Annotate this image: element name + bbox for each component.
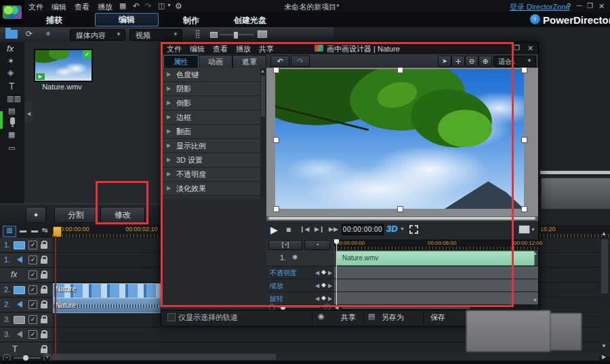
tab-capture[interactable]: 捕获 — [46, 15, 62, 26]
dialog-menu-file[interactable]: 文件 — [167, 44, 182, 54]
save-button[interactable]: 保存 — [430, 312, 445, 323]
kf-add-diamond-icon[interactable]: ◆ — [321, 268, 326, 275]
zoom-out-icon[interactable]: ⊖ — [465, 56, 479, 67]
hscroll-right-icon[interactable]: ▶ — [602, 354, 606, 360]
chapter-room-icon[interactable]: ▦ — [8, 130, 15, 139]
selection-handle-tr[interactable] — [521, 67, 527, 73]
sync-library-icon[interactable]: ⟳ — [26, 29, 33, 39]
kf-vscroll-up-icon[interactable]: ▲ — [533, 251, 537, 256]
import-media-icon[interactable] — [5, 30, 18, 39]
kf-clip[interactable]: Nature.wmv — [336, 251, 535, 266]
lock-icon[interactable] — [41, 348, 47, 353]
mode-3d-button[interactable]: 3D — [386, 224, 398, 234]
title-room-icon[interactable]: T — [9, 81, 15, 92]
tab-produce[interactable]: 制作 — [183, 15, 199, 26]
save-as-button[interactable]: 另存为 — [382, 312, 404, 323]
kf-row-rotate-lane[interactable] — [334, 292, 538, 305]
tab-create-disc[interactable]: 创建光盘 — [234, 15, 266, 26]
fast-forward-icon[interactable]: ▶▶ — [329, 226, 338, 232]
timeline-vscrollbar[interactable] — [600, 238, 609, 352]
kf-row-rotate-header[interactable]: 旋转 ◀ ◆ ▶ — [266, 292, 335, 305]
timeline-video-clip[interactable]: Nature — [53, 283, 161, 298]
dialog-menu-play[interactable]: 播放 — [236, 44, 251, 54]
media-filter-dropdown[interactable]: 视频 ▼ — [129, 29, 182, 41]
share-button[interactable]: 共享 — [341, 312, 356, 323]
property-scroll-up-icon[interactable]: ▲ — [260, 68, 265, 73]
kf-row-scale-header[interactable]: 缩放 ◀ ◆ ▶ — [266, 279, 335, 292]
track-enable-checkbox[interactable]: ✓ — [28, 256, 37, 264]
display-mode-monitor-icon[interactable] — [518, 225, 530, 234]
magic-wand-button[interactable]: ✦ — [26, 207, 46, 223]
property-chroma-key[interactable]: ▶色度键 — [161, 68, 260, 82]
track-header-v2[interactable]: 2. ✓ — [0, 283, 53, 298]
zoom-in-icon[interactable]: ⊕ — [479, 56, 492, 67]
track-enable-checkbox[interactable]: ✓ — [28, 270, 37, 279]
track-enable-checkbox[interactable]: ✓ — [28, 315, 37, 324]
kf-next-icon[interactable]: ▶ — [328, 283, 332, 289]
kf-vscroll-down-icon[interactable]: ▼ — [533, 298, 537, 302]
kf-next-icon[interactable]: ▶ — [328, 270, 332, 276]
timeline-audio-clip[interactable]: Nature — [53, 298, 161, 313]
track-header-a3[interactable]: 3. ✓ — [0, 327, 53, 342]
split-button[interactable]: 分割 — [54, 207, 98, 223]
track-enable-checkbox[interactable]: ✓ — [28, 285, 37, 294]
vscroll-up-icon[interactable]: ▲ — [601, 230, 607, 237]
kf-zoom-thumb[interactable] — [281, 305, 285, 310]
property-3d-settings[interactable]: ▶3D 设置 — [161, 153, 260, 167]
dialog-tab-motion[interactable]: 动画 — [199, 55, 232, 68]
vscroll-down-icon[interactable]: ▼ — [601, 343, 607, 349]
dialog-close-icon[interactable]: ✕ — [527, 44, 533, 53]
menu-edit[interactable]: 编辑 — [52, 2, 66, 12]
menu-play[interactable]: 播放 — [98, 2, 113, 12]
media-thumbnail[interactable]: ✓ ▶ — [34, 49, 93, 82]
only-selected-checkbox[interactable] — [167, 313, 176, 321]
selection-handle-br[interactable] — [521, 206, 527, 212]
menu-file[interactable]: 文件 — [28, 2, 43, 12]
library-collapse-handle[interactable]: ◀ — [25, 102, 33, 123]
timeline-hscrollbar[interactable] — [52, 353, 599, 361]
playhead-marker[interactable] — [53, 226, 62, 237]
track-header-a2[interactable]: 2. ✓ — [0, 298, 53, 312]
redo-icon[interactable]: ↷ — [145, 1, 152, 11]
play-icon[interactable]: ▶ — [270, 224, 278, 235]
dialog-tab-properties[interactable]: 属性 — [163, 55, 199, 68]
audio-mixing-room-icon[interactable]: ▤ — [8, 106, 15, 115]
timeline-hscroll-thumb[interactable] — [52, 354, 276, 360]
kf-next-icon[interactable]: ▶ — [328, 296, 332, 302]
mode-3d-caret-icon[interactable]: ▼ — [400, 226, 405, 231]
transition-room-icon[interactable]: ▥▥ — [7, 94, 21, 103]
save-as-floppy-icon[interactable]: ▤ — [368, 312, 375, 321]
selection-handle-mr[interactable] — [521, 137, 527, 143]
login-directorzone-link[interactable]: 登录 DirectorZone — [510, 2, 570, 12]
particle-room-icon[interactable]: ◈ — [7, 68, 14, 77]
dialog-maximize-icon[interactable]: ❐ — [514, 44, 520, 52]
gear-icon[interactable]: ⚙ — [175, 1, 182, 11]
track-header-v1[interactable]: 1. ✓ — [0, 238, 53, 253]
fit-dropdown[interactable]: 适合.. ▼ — [493, 56, 536, 67]
kf-prev-icon[interactable]: ◀ — [315, 296, 319, 302]
property-flip[interactable]: ▶翻面 — [161, 125, 260, 139]
property-aspect[interactable]: ▶显示比例 — [161, 139, 260, 153]
kf-track-header[interactable]: 1. ✱ — [266, 250, 335, 266]
kf-add-diamond-icon[interactable]: ◆ — [321, 294, 326, 301]
display-mode-caret-icon[interactable]: ▼ — [531, 227, 535, 232]
lock-icon[interactable] — [41, 244, 47, 249]
track-header-v3[interactable]: 3. ✓ — [0, 312, 53, 327]
lock-icon[interactable] — [41, 319, 47, 323]
dialog-menu-edit[interactable]: 编辑 — [190, 44, 205, 54]
lock-icon[interactable] — [41, 289, 47, 294]
property-shadow[interactable]: ▶阴影 — [161, 82, 260, 96]
layout-icon[interactable]: ◫ — [158, 1, 165, 10]
kf-row-scale-lane[interactable] — [334, 279, 538, 292]
preview-seek-bar[interactable] — [540, 171, 610, 174]
restore-icon[interactable]: ❐ — [587, 2, 593, 9]
share-globe-icon[interactable]: ◉ — [318, 312, 325, 321]
fullscreen-icon[interactable] — [409, 225, 418, 234]
property-reflection[interactable]: ▶倒影 — [161, 96, 260, 110]
kf-track-lane[interactable]: Nature.wmv — [334, 250, 538, 266]
track-view-icon[interactable]: ▬ — [20, 226, 26, 234]
kf-row-opacity-lane[interactable] — [334, 266, 538, 279]
selection-handle-bl[interactable] — [273, 206, 279, 212]
tab-edit[interactable]: 编辑 — [95, 13, 159, 26]
clapper-icon[interactable]: ▦ — [119, 1, 126, 10]
